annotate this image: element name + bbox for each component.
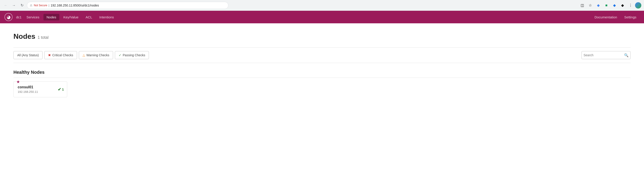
filter-critical[interactable]: ✖ Critical Checks: [44, 51, 77, 59]
address-bar: ⚠ Not Secure | 192.168.250.11:8500/ui/dc…: [27, 2, 228, 9]
nav-documentation[interactable]: Documentation: [592, 14, 620, 20]
lock-icon: ⚠: [30, 4, 32, 7]
url-text[interactable]: 192.168.250.11:8500/ui/dc1/nodes: [50, 4, 99, 7]
node-card-consul01[interactable]: ★ consul01 192.168.250.11 ✔ 1: [14, 81, 67, 97]
nav-nodes[interactable]: Nodes: [44, 14, 59, 20]
critical-icon: ✖: [48, 53, 51, 57]
filter-critical-label: Critical Checks: [52, 53, 73, 57]
browser-toolbar-right: ◫ ☆ ◆ ■ ◆ ◆ ⋮: [578, 2, 641, 9]
filter-bar: All (Any Status) ✖ Critical Checks △ War…: [14, 47, 630, 63]
datacenter-label: dc1: [16, 15, 22, 19]
page-header: Nodes 1 total: [14, 32, 630, 41]
consul-logo-icon: ◕: [7, 14, 10, 20]
main-content: Nodes 1 total All (Any Status) ✖ Critica…: [0, 23, 644, 106]
reload-button[interactable]: ↻: [19, 2, 25, 9]
section-divider: [14, 78, 630, 78]
nav-right: Documentation Settings: [592, 14, 640, 20]
display-button[interactable]: ◫: [578, 2, 586, 9]
filter-all-label: All (Any Status): [17, 53, 39, 57]
filter-passing-label: Passing Checks: [123, 53, 145, 57]
nav-links: Services Nodes Key/Value ACL Intentions: [23, 14, 117, 20]
page-total: 1 total: [38, 35, 48, 40]
extension2-icon[interactable]: ◆: [611, 2, 618, 9]
nav-keyvalue[interactable]: Key/Value: [60, 14, 82, 20]
search-container: 🔍: [582, 51, 630, 59]
more-button[interactable]: ⋮: [627, 2, 634, 9]
browser-chrome: ← → ↻ ⚠ Not Secure | 192.168.250.11:8500…: [0, 0, 644, 11]
nav-services[interactable]: Services: [23, 14, 42, 20]
search-input[interactable]: [584, 53, 623, 57]
profile-button[interactable]: [635, 2, 641, 9]
search-icon: 🔍: [624, 53, 628, 57]
leader-star-icon: ★: [16, 79, 20, 84]
section-title-healthy: Healthy Nodes: [14, 70, 630, 75]
bookmark-button[interactable]: ☆: [587, 2, 594, 9]
not-secure-label: Not Secure: [34, 4, 47, 7]
extensions-button[interactable]: ◆: [619, 2, 626, 9]
filter-warning[interactable]: △ Warning Checks: [79, 51, 113, 59]
healthy-nodes-section: Healthy Nodes ★ consul01 192.168.250.11 …: [14, 70, 630, 97]
filter-warning-label: Warning Checks: [86, 53, 109, 57]
passing-icon: ✓: [119, 53, 121, 57]
nav-intentions[interactable]: Intentions: [96, 14, 117, 20]
extension1-icon[interactable]: ■: [603, 2, 610, 9]
filter-all[interactable]: All (Any Status): [14, 51, 42, 59]
node-ip: 192.168.250.11: [18, 90, 63, 93]
filter-buttons: All (Any Status) ✖ Critical Checks △ War…: [14, 51, 149, 59]
page-title: Nodes: [14, 32, 36, 41]
nav-settings[interactable]: Settings: [621, 14, 640, 20]
warning-icon: △: [83, 53, 85, 57]
passing-count: 1: [62, 87, 64, 91]
app-navbar: ◕ dc1 Services Nodes Key/Value ACL Inten…: [0, 11, 644, 23]
app-logo: ◕: [4, 13, 12, 21]
filter-passing[interactable]: ✓ Passing Checks: [115, 51, 149, 59]
check-circle-icon: ✔: [58, 87, 61, 92]
googledrive-icon[interactable]: ◆: [595, 2, 602, 9]
separator: |: [48, 4, 49, 7]
node-checks: ✔ 1: [58, 87, 64, 92]
node-name: consul01: [18, 85, 63, 89]
nav-acl[interactable]: ACL: [82, 14, 95, 20]
back-button[interactable]: ←: [3, 2, 9, 9]
forward-button[interactable]: →: [11, 2, 17, 9]
